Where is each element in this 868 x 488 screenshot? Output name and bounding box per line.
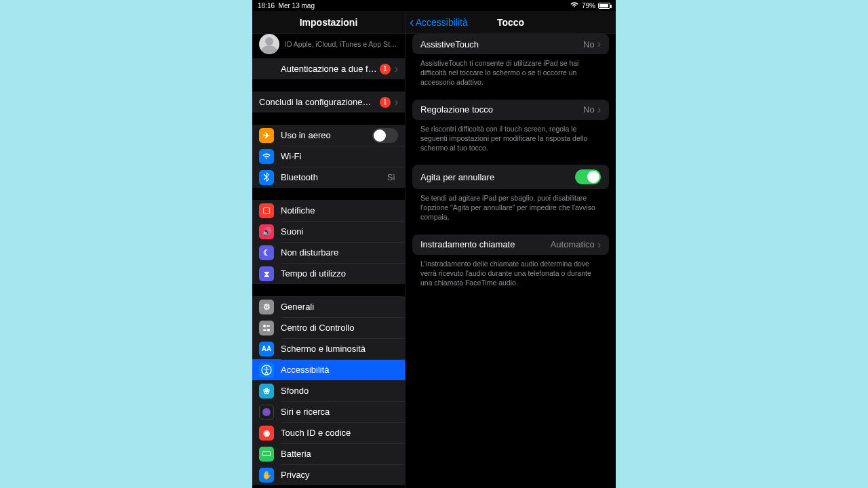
shake-to-undo-row: Agita per annullare [412,165,609,189]
touch-accommodations-footer: Se riscontri difficoltà con il touch scr… [406,120,616,153]
text-size-icon: AA [259,342,274,357]
sidebar-title: Impostazioni [300,17,358,28]
airplane-toggle[interactable] [372,128,398,143]
accessibility-row[interactable]: Accessibilità [252,359,405,380]
screentime-row[interactable]: ⧗ Tempo di utilizzo [252,263,405,284]
privacy-row[interactable]: ✋ Privacy [252,464,405,485]
touchid-row[interactable]: ◉ Touch ID e codice [252,422,405,443]
svg-point-2 [267,329,270,331]
two-factor-row[interactable]: Autenticazione a due fattori 1 › [252,58,405,79]
chevron-right-icon: › [597,239,601,250]
chevron-right-icon: › [395,64,398,75]
siri-row[interactable]: Siri e ricerca [252,401,405,422]
shake-to-undo-toggle[interactable] [575,169,601,184]
assistive-touch-footer: AssistiveTouch ti consente di utilizzare… [406,54,616,87]
battery-percentage: 79% [582,2,595,9]
badge-icon: 1 [380,64,391,75]
chevron-right-icon: › [597,104,601,115]
detail-header: ‹ Accessibilità Tocco [406,11,616,34]
back-label: Accessibilità [416,17,468,28]
airplane-icon: ✈ [259,128,274,143]
apple-id-row[interactable]: ID Apple, iCloud, iTunes e App St… [252,34,405,58]
notifications-row[interactable]: Notifiche [252,200,405,221]
battery-icon [598,3,610,9]
hand-icon: ✋ [259,468,274,483]
accessibility-icon [259,363,274,378]
svg-rect-1 [267,325,270,327]
detail-title: Tocco [497,17,524,28]
call-routing-footer: L'instradamento delle chiamate audio det… [406,255,616,288]
sounds-icon: 🔊 [259,224,274,239]
detail-pane: ‹ Accessibilità Tocco AssistiveTouch No … [406,11,616,488]
siri-icon [259,405,274,420]
bluetooth-icon [259,170,274,185]
hourglass-icon: ⧗ [259,266,274,281]
gear-icon: ⚙ [259,300,274,314]
settings-sidebar: Impostazioni ID Apple, iCloud, iTunes e … [252,11,406,488]
svg-point-0 [263,325,266,327]
notifications-icon [259,203,274,218]
display-row[interactable]: AA Schermo e luminosità [252,338,405,359]
shake-to-undo-footer: Se tendi ad agitare iPad per sbaglio, pu… [406,189,616,222]
airplane-mode-row[interactable]: ✈ Uso in aereo [252,125,405,146]
wifi-icon [259,149,274,164]
finish-setup-row[interactable]: Concludi la configurazione… 1 › [252,92,405,113]
apple-id-subtitle: ID Apple, iCloud, iTunes e App St… [285,40,398,48]
status-bar: 18:16 Mer 13 mag 79% [252,0,616,11]
general-row[interactable]: ⚙ Generali [252,296,405,317]
chevron-left-icon: ‹ [410,15,414,28]
control-center-row[interactable]: Centro di Controllo [252,317,405,338]
ipad-settings-screen: 18:16 Mer 13 mag 79% Impostazioni ID App… [252,0,616,488]
dnd-row[interactable]: ☾ Non disturbare [252,242,405,263]
battery-icon [259,447,274,462]
wallpaper-icon: ❀ [259,384,274,399]
wifi-icon [570,1,579,9]
svg-rect-3 [263,329,267,331]
status-time: 18:16 Mer 13 mag [258,2,315,9]
sidebar-header: Impostazioni [252,11,405,34]
moon-icon: ☾ [259,245,274,260]
chevron-right-icon: › [597,39,601,49]
fingerprint-icon: ◉ [259,426,274,441]
call-routing-row[interactable]: Instradamento chiamate Automatico › [412,235,609,255]
bluetooth-row[interactable]: Bluetooth Sì [252,167,405,188]
battery-row[interactable]: Batteria [252,443,405,464]
svg-point-5 [266,367,268,369]
chevron-right-icon: › [395,97,398,108]
touch-accommodations-row[interactable]: Regolazione tocco No › [412,100,609,120]
wifi-row[interactable]: Wi-Fi [252,146,405,167]
sounds-row[interactable]: 🔊 Suoni [252,221,405,242]
assistive-touch-row[interactable]: AssistiveTouch No › [412,34,609,54]
wallpaper-row[interactable]: ❀ Sfondo [252,380,405,401]
badge-icon: 1 [380,97,391,108]
avatar [259,34,279,54]
back-button[interactable]: ‹ Accessibilità [410,11,468,33]
switches-icon [259,321,274,336]
